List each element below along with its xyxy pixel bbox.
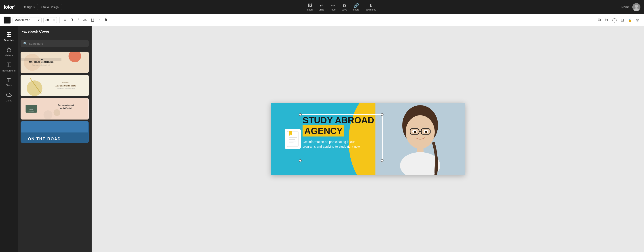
lock-icon: 🔒 xyxy=(628,18,632,22)
svg-text:HARVEY: HARVEY xyxy=(29,109,34,110)
canvas-subtext: Get information on participating in our … xyxy=(302,140,365,149)
template-card-matthew[interactable]: THE MATTHEW BROTHERS Follow us and explo… xyxy=(20,52,89,73)
panel-header: Facebook Cover xyxy=(18,26,92,37)
color-swatch[interactable] xyxy=(4,16,11,24)
chevron-down-icon xyxy=(33,5,35,9)
save-action[interactable]: ♻ save xyxy=(342,3,347,11)
search-icon: 🔍 xyxy=(23,42,27,45)
sidebar-item-background[interactable]: Background xyxy=(1,60,17,74)
align-icon: ≡ xyxy=(64,18,66,22)
logo-area: fotor® xyxy=(4,4,15,10)
sidebar-item-material[interactable]: Material xyxy=(1,45,17,59)
bold-button[interactable]: B xyxy=(69,17,75,23)
template-card-diy[interactable]: all kinds of DIY Ideas and tricks INFORM… xyxy=(20,75,89,96)
svg-rect-3 xyxy=(7,32,9,34)
svg-text:Follow us and explore the wild: Follow us and explore the wild world xyxy=(32,64,50,66)
layers-icon: ⊟ xyxy=(621,18,624,22)
svg-rect-50 xyxy=(289,137,297,138)
open-label: open xyxy=(307,8,312,11)
copy-button[interactable]: ⧉ xyxy=(596,17,602,23)
svg-text:THE: THE xyxy=(40,58,44,60)
headline-line1: STUDY ABROAD xyxy=(302,115,374,125)
font-family-label: Montserrat xyxy=(14,18,30,22)
svg-rect-8 xyxy=(7,63,11,67)
open-icon: 🖼 xyxy=(308,3,312,8)
document-icon xyxy=(285,129,301,149)
font-size-selector[interactable]: 60 ▾ xyxy=(44,17,57,23)
svg-rect-6 xyxy=(9,35,11,36)
template-card-ontheroad[interactable]: ON THE ROAD ON THE ROAD xyxy=(20,121,89,143)
texts-icon: T xyxy=(7,77,11,83)
share-label: share xyxy=(353,8,360,11)
template-panel: Facebook Cover 🔍 THE MATTHEW BROTHERS Fo… xyxy=(18,26,92,252)
svg-point-1 xyxy=(635,5,638,8)
toolbar-center: 🖼 open ↩ undo ↪ redo ♻ save 🔗 share ⬇ do… xyxy=(62,3,621,11)
save-label: save xyxy=(342,8,347,11)
underline-button[interactable]: U xyxy=(90,17,95,23)
bold-icon: B xyxy=(71,18,73,22)
new-design-button[interactable]: + New Design xyxy=(37,4,62,10)
undo-label: undo xyxy=(319,8,324,11)
svg-point-46 xyxy=(414,131,416,133)
sidebar: Template Material Background T Texts xyxy=(0,26,18,252)
download-action[interactable]: ⬇ download xyxy=(366,3,376,11)
redo-label: redo xyxy=(331,8,336,11)
divider-1 xyxy=(60,17,60,23)
toolbar-right: Name xyxy=(622,3,640,11)
new-design-label: + New Design xyxy=(40,5,58,9)
align-button[interactable]: ≡ xyxy=(62,17,68,23)
design-canvas[interactable]: STUDY ABROAD AGENCY Get information on p… xyxy=(271,103,465,175)
svg-rect-5 xyxy=(7,35,9,36)
share-action[interactable]: 🔗 share xyxy=(353,3,360,11)
svg-text:MATTHEW BROTHERS: MATTHEW BROTHERS xyxy=(29,61,54,63)
lock-button[interactable]: 🔒 xyxy=(627,17,633,23)
cloud-icon xyxy=(6,92,12,98)
spacing-button[interactable]: ↕ xyxy=(97,17,101,23)
svg-text:all kinds of: all kinds of xyxy=(62,81,70,83)
font-family-selector[interactable]: Montserrat ▾ xyxy=(12,17,42,23)
redo-action[interactable]: ↪ redo xyxy=(331,3,336,11)
download-icon: ⬇ xyxy=(369,3,373,8)
layers-button[interactable]: ⊟ xyxy=(620,17,626,23)
main-content: Template Material Background T Texts xyxy=(0,26,644,252)
design-button[interactable]: Design xyxy=(20,4,37,10)
panel-title: Facebook Cover xyxy=(22,29,49,33)
copy-icon: ⧉ xyxy=(598,18,601,22)
template-icon xyxy=(6,32,12,38)
chevron-down-icon: ▾ xyxy=(38,18,40,22)
trash-button[interactable]: 🗑 xyxy=(634,17,640,23)
fotor-logo: fotor® xyxy=(4,4,15,10)
svg-text:INFORMATIVE AND INTERESTING: INFORMATIVE AND INTERESTING xyxy=(57,88,75,90)
svg-text:HOMEWARE: HOMEWARE xyxy=(28,111,34,112)
circle-button[interactable]: ◯ xyxy=(611,17,618,23)
circle-icon: ◯ xyxy=(612,18,617,22)
refresh-button[interactable]: ↻ xyxy=(604,17,610,23)
open-action[interactable]: 🖼 open xyxy=(307,3,312,11)
template-card-harvey[interactable]: HARVEY HOMEWARE Buy one get second one h… xyxy=(20,98,89,120)
sidebar-item-label: Template xyxy=(4,39,14,41)
svg-text:one half price!: one half price! xyxy=(60,107,72,109)
search-box: 🔍 xyxy=(20,40,89,47)
chevron-down-icon: ▾ xyxy=(53,18,55,22)
svg-rect-52 xyxy=(289,141,296,141)
svg-text:DIY Ideas and tricks: DIY Ideas and tricks xyxy=(55,84,76,87)
italic-icon: I xyxy=(78,18,78,22)
undo-action[interactable]: ↩ undo xyxy=(319,3,324,11)
top-toolbar: fotor® Design + New Design 🖼 open ↩ undo… xyxy=(0,0,644,14)
templates-grid: THE MATTHEW BROTHERS Follow us and explo… xyxy=(18,50,92,252)
search-input[interactable] xyxy=(29,42,86,45)
font-size-value: 60 xyxy=(46,18,49,22)
italic-button[interactable]: I xyxy=(76,17,80,23)
headline-line2: AGENCY xyxy=(302,125,344,137)
format-right: ⧉ ↻ ◯ ⊟ 🔒 🗑 xyxy=(596,17,640,23)
sidebar-item-texts[interactable]: T Texts xyxy=(1,75,17,89)
sidebar-item-cloud[interactable]: Cloud xyxy=(1,90,17,104)
underline-icon: U xyxy=(91,18,94,22)
sidebar-item-template[interactable]: Template xyxy=(1,29,17,44)
format-toolbar: Montserrat ▾ 60 ▾ ≡ B I Aa U ↕ A ⧉ ↻ ◯ ⊟ xyxy=(0,14,644,26)
material-icon xyxy=(6,47,12,53)
canvas-text-content: STUDY ABROAD AGENCY Get information on p… xyxy=(302,115,374,149)
font-size-button[interactable]: Aa xyxy=(82,17,88,22)
case-button[interactable]: A xyxy=(103,17,109,23)
sidebar-item-label: Background xyxy=(2,69,16,72)
